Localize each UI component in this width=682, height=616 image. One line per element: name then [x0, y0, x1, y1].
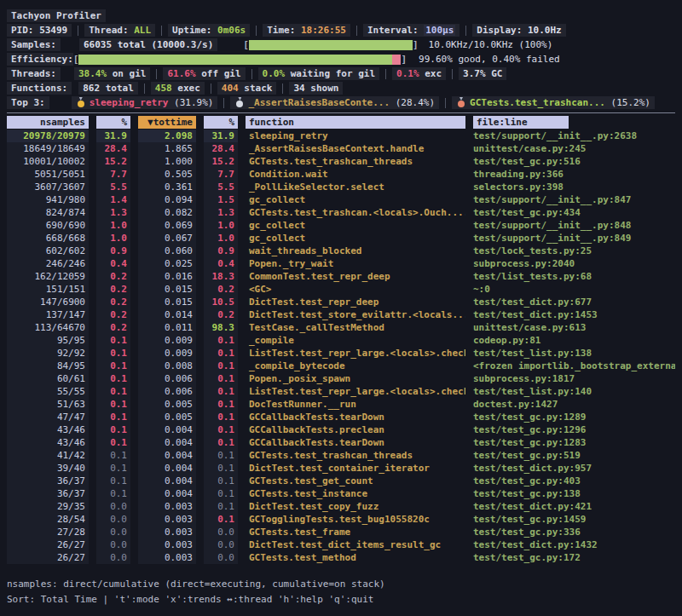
table-row[interactable]: 824/874 1.3 0.082 1.3 GCTests.test_trash…	[7, 206, 675, 219]
cell-tottime: 0.505	[138, 168, 196, 181]
cell-pct-cumulative: 0.1	[204, 436, 238, 449]
table-row[interactable]: 92/92 0.1 0.009 0.1 ListTest.test_repr_l…	[7, 347, 675, 360]
table-row[interactable]: 27/28 0.0 0.003 0.0 GCTests.test_frame t…	[7, 526, 675, 538]
divider	[465, 26, 466, 36]
table-row[interactable]: 84/95 0.1 0.008 0.1 _compile_bytecode <f…	[7, 360, 675, 372]
cell-pct-cumulative: 0.1	[204, 360, 238, 372]
bracket-open: [	[243, 39, 249, 50]
pid-label: PID:	[11, 25, 34, 36]
cell-function: gc_collect	[246, 193, 465, 206]
waiting-value: 0.0%	[263, 68, 286, 79]
cell-function: Condition.wait	[246, 168, 465, 181]
cell-file-line: test/test_gc.py:1296	[473, 423, 675, 436]
column-header-file-line[interactable]: file:line	[473, 116, 675, 129]
cell-nsamples: 60/61	[7, 372, 89, 385]
efficiency-failed-fill	[392, 55, 401, 65]
table-row[interactable]: 36/37 0.1 0.004 0.1 GCTests.test_get_cou…	[7, 475, 675, 487]
table-row[interactable]: 941/980 1.4 0.094 1.5 gc_collect test/su…	[7, 193, 675, 206]
waiting-label: waiting for gil	[285, 68, 375, 79]
table-row[interactable]: 39/40 0.1 0.004 0.1 DictTest.test_contai…	[7, 462, 675, 475]
table-row[interactable]: 147/6900 0.2 0.015 10.5 DictTest.test_re…	[7, 296, 675, 308]
cell-pct-cumulative: 0.2	[204, 283, 238, 296]
table-row[interactable]: 60/61 0.1 0.006 0.1 Popen._posix_spawn s…	[7, 372, 675, 385]
samples-bar: []	[243, 38, 418, 51]
cell-file-line: codeop.py:81	[473, 334, 675, 347]
table-row[interactable]: 36/37 0.1 0.004 0.1 GCTests.test_instanc…	[7, 487, 675, 500]
top3-2-name: _AssertRaisesBaseConte...	[248, 96, 390, 109]
table-row[interactable]: 41/42 0.1 0.004 0.1 GCTests.test_trashca…	[7, 449, 675, 462]
table-row[interactable]: 20978/20979 31.9 2.098 31.9 sleeping_ret…	[7, 130, 675, 142]
cell-nsamples: 27/28	[7, 526, 89, 538]
bronze-medal-icon	[458, 101, 465, 107]
cell-file-line: test/test_dict.py:677	[473, 296, 675, 308]
status-bar: PID: 53499 Thread: ALL Uptime: 0m06s Tim…	[7, 23, 675, 37]
table-row[interactable]: 162/12059 0.2 0.016 18.3 CommonTest.test…	[7, 270, 675, 283]
table-row[interactable]: 28/54 0.0 0.003 0.1 GCTogglingTests.test…	[7, 513, 675, 526]
cell-nsamples: 43/46	[7, 436, 89, 449]
cell-nsamples: 668/668	[7, 232, 89, 245]
cell-tottime: 0.003	[138, 538, 196, 551]
cell-pct-direct: 0.1	[96, 360, 130, 372]
table-row[interactable]: 47/47 0.1 0.005 0.1 GCCallbackTests.tear…	[7, 411, 675, 423]
functions-exec: 458 exec	[151, 82, 205, 95]
cell-tottime: 0.016	[138, 270, 196, 283]
cell-pct-cumulative: 0.1	[204, 475, 238, 487]
table-row[interactable]: 51/63 0.1 0.005 0.1 DocTestRunner.__run …	[7, 398, 675, 411]
table-row[interactable]: 3607/3607 5.5 0.361 5.5 _PollLikeSelecto…	[7, 181, 675, 193]
cell-nsamples: 941/980	[7, 193, 89, 206]
cell-function: DictTest.test_copy_fuzz	[246, 500, 465, 513]
gc-label: GC	[486, 68, 503, 79]
table-row[interactable]: 137/147 0.2 0.014 0.2 DictTest.test_stor…	[7, 308, 675, 321]
column-header-nsamples[interactable]: nsamples	[7, 116, 89, 129]
table-row[interactable]: 95/95 0.1 0.009 0.1 _compile codeop.py:8…	[7, 334, 675, 347]
divider	[78, 26, 78, 36]
table-row[interactable]: 668/668 1.0 0.067 1.0 gc_collect test/su…	[7, 232, 675, 245]
column-header-pct-direct[interactable]: %	[96, 116, 130, 129]
table-row[interactable]: 113/64670 0.2 0.011 98.3 TestCase._callT…	[7, 321, 675, 334]
cell-tottime: 0.005	[138, 398, 196, 411]
cell-file-line: test/test_gc.py:336	[473, 526, 675, 538]
cell-function: GCTests.test_frame	[246, 526, 465, 538]
table-row[interactable]: 29/35 0.0 0.003 0.1 DictTest.test_copy_f…	[7, 500, 675, 513]
table-row[interactable]: 10001/10002 15.2 1.000 15.2 GCTests.test…	[7, 155, 675, 168]
gold-medal-icon	[78, 101, 84, 107]
cell-nsamples: 824/874	[7, 206, 89, 219]
column-header-function[interactable]: function	[246, 116, 465, 129]
cell-function: sleeping_retry	[246, 130, 465, 142]
cell-nsamples: 41/42	[7, 449, 89, 462]
cell-pct-cumulative: 0.1	[204, 487, 238, 500]
column-header-tottime-sorted[interactable]: ▼tottime	[138, 116, 196, 129]
time-label: Time:	[267, 25, 295, 36]
cell-tottime: 0.094	[138, 193, 196, 206]
table-row[interactable]: 43/46 0.1 0.004 0.1 GCCallbackTests.tear…	[7, 436, 675, 449]
table-row[interactable]: 151/151 0.2 0.015 0.2 <GC> ~:0	[7, 283, 675, 296]
table-row[interactable]: 55/55 0.1 0.006 0.1 ListTest.test_repr_l…	[7, 385, 675, 398]
cell-pct-direct: 7.7	[96, 168, 130, 181]
table-row[interactable]: 5051/5051 7.7 0.505 7.7 Condition.wait t…	[7, 168, 675, 181]
cell-pct-cumulative: 31.9	[204, 130, 238, 142]
thread-info: Thread: ALL	[84, 24, 155, 37]
stack-value: 404	[222, 83, 239, 94]
table-row[interactable]: 43/46 0.1 0.004 0.1 GCCallbackTests.prec…	[7, 423, 675, 436]
table-row[interactable]: 18649/18649 28.4 1.865 28.4 _AssertRaise…	[7, 142, 675, 155]
table-row[interactable]: 690/690 1.0 0.069 1.0 gc_collect test/su…	[7, 219, 675, 232]
table-row[interactable]: 26/27 0.0 0.003 0.0 GCTests.test_method …	[7, 551, 675, 564]
table-row[interactable]: 246/246 0.4 0.025 0.4 Popen._try_wait su…	[7, 257, 675, 270]
cell-nsamples: 18649/18649	[7, 142, 89, 155]
shown-label: shown	[305, 83, 339, 94]
cell-file-line: subprocess.py:1817	[473, 372, 675, 385]
cell-function: <GC>	[246, 283, 465, 296]
cell-file-line: unittest/case.py:613	[473, 321, 675, 334]
threads-on-gil: 38.4% on gil	[74, 67, 150, 80]
column-header-pct-cumulative[interactable]: %	[204, 116, 238, 129]
cell-function: DictTest.test_store_evilattr.<locals...	[246, 308, 465, 321]
cell-pct-direct: 0.0	[96, 538, 130, 551]
cell-pct-cumulative: 1.5	[204, 193, 238, 206]
cell-function: GCTogglingTests.test_bug1055820c	[246, 513, 465, 526]
cell-pct-direct: 0.1	[96, 475, 130, 487]
efficiency-label: Efficiency:	[7, 53, 73, 66]
table-row[interactable]: 602/602 0.9 0.060 0.9 wait_threads_block…	[7, 245, 675, 257]
cell-file-line: test/support/__init__.py:847	[473, 193, 675, 206]
table-row[interactable]: 26/27 0.0 0.003 0.0 DictTest.test_dict_i…	[7, 538, 675, 551]
silver-medal-icon	[236, 101, 243, 107]
